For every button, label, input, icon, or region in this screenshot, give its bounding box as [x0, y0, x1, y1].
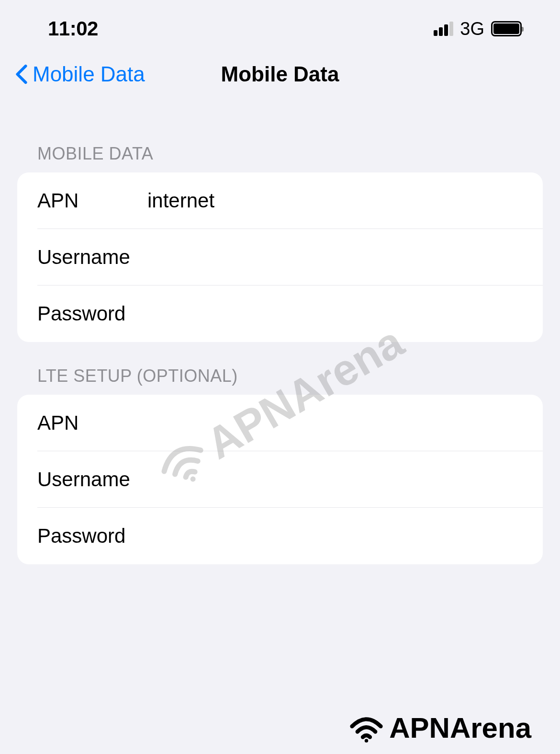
status-time: 11:02 [48, 17, 98, 40]
status-indicators: 3G [434, 19, 522, 39]
lte-apn-label: APN [37, 411, 147, 434]
lte-setup-card: APN Username Password [17, 395, 543, 564]
chevron-left-icon [14, 62, 29, 86]
lte-username-row[interactable]: Username [37, 451, 543, 508]
lte-apn-row[interactable]: APN [37, 395, 543, 451]
network-type: 3G [460, 19, 484, 39]
status-bar: 11:02 3G [0, 0, 560, 48]
section-header-mobile-data: MOBILE DATA [0, 105, 560, 172]
section-header-lte-setup: LTE SETUP (OPTIONAL) [0, 342, 560, 395]
apn-row[interactable]: APN [37, 172, 543, 229]
lte-password-label: Password [37, 525, 147, 548]
apn-input[interactable] [147, 189, 523, 212]
svg-point-1 [365, 739, 369, 743]
back-button[interactable]: Mobile Data [14, 62, 145, 86]
password-row[interactable]: Password [17, 286, 543, 342]
battery-icon [491, 21, 522, 36]
password-label: Password [37, 302, 147, 325]
lte-username-input[interactable] [147, 468, 523, 491]
username-label: Username [37, 246, 147, 269]
mobile-data-card: APN Username Password [17, 172, 543, 342]
back-label: Mobile Data [33, 62, 145, 86]
password-input[interactable] [147, 302, 523, 325]
footer-logo: APNArena [348, 711, 531, 744]
username-input[interactable] [147, 246, 523, 269]
lte-password-row[interactable]: Password [17, 508, 543, 564]
lte-password-input[interactable] [147, 525, 523, 548]
apn-label: APN [37, 189, 147, 212]
signal-icon [434, 22, 453, 36]
lte-username-label: Username [37, 468, 147, 491]
page-title: Mobile Data [221, 62, 339, 86]
username-row[interactable]: Username [37, 229, 543, 286]
navigation-bar: Mobile Data Mobile Data [0, 48, 560, 105]
lte-apn-input[interactable] [147, 411, 523, 434]
wifi-icon [348, 714, 384, 743]
